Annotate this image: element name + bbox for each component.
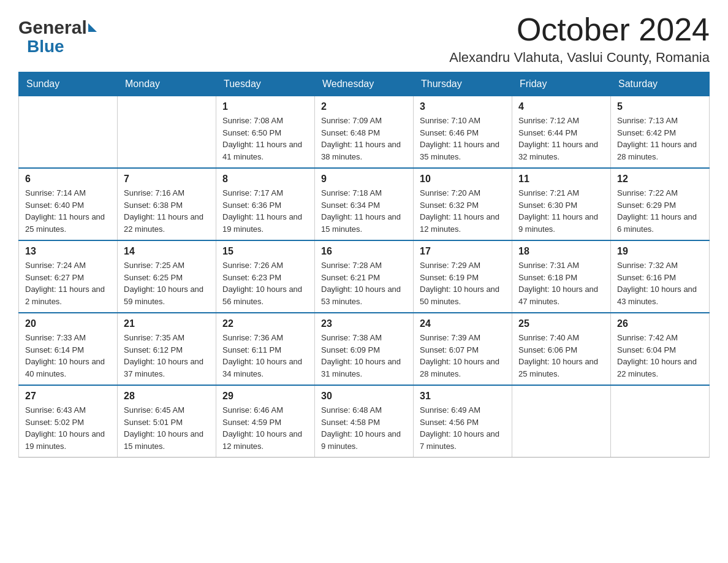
sunrise-text: Sunrise: 7:42 AM (617, 332, 703, 344)
day-info: Sunrise: 7:35 AMSunset: 6:12 PMDaylight:… (124, 332, 210, 380)
location-title: Alexandru Vlahuta, Vaslui County, Romani… (449, 50, 710, 66)
daylight-text: Daylight: 11 hours and 12 minutes. (420, 211, 506, 235)
sunset-text: Sunset: 6:25 PM (124, 272, 210, 284)
daylight-text: Daylight: 11 hours and 32 minutes. (518, 139, 604, 163)
day-cell: 22Sunrise: 7:36 AMSunset: 6:11 PMDayligh… (216, 313, 315, 385)
day-info: Sunrise: 7:21 AMSunset: 6:30 PMDaylight:… (518, 187, 604, 235)
day-cell: 11Sunrise: 7:21 AMSunset: 6:30 PMDayligh… (512, 168, 611, 240)
header-tuesday: Tuesday (216, 72, 315, 96)
sunset-text: Sunset: 6:32 PM (420, 199, 506, 212)
sunrise-text: Sunrise: 7:26 AM (222, 259, 308, 272)
day-info: Sunrise: 7:29 AMSunset: 6:19 PMDaylight:… (420, 259, 506, 307)
sunset-text: Sunset: 6:34 PM (321, 199, 407, 212)
day-info: Sunrise: 7:31 AMSunset: 6:18 PMDaylight:… (518, 259, 604, 307)
daylight-text: Daylight: 10 hours and 37 minutes. (124, 356, 210, 380)
day-number: 7 (124, 174, 210, 185)
header-saturday: Saturday (611, 72, 710, 96)
sunset-text: Sunset: 6:07 PM (420, 344, 506, 356)
day-number: 18 (518, 246, 604, 257)
day-number: 28 (124, 391, 210, 402)
day-info: Sunrise: 6:43 AMSunset: 5:02 PMDaylight:… (25, 404, 111, 452)
day-info: Sunrise: 7:40 AMSunset: 6:06 PMDaylight:… (518, 332, 604, 380)
day-info: Sunrise: 7:38 AMSunset: 6:09 PMDaylight:… (321, 332, 407, 380)
day-number: 13 (25, 246, 111, 257)
sunrise-text: Sunrise: 7:18 AM (321, 187, 407, 199)
day-cell: 14Sunrise: 7:25 AMSunset: 6:25 PMDayligh… (118, 240, 216, 313)
logo-arrow-icon (88, 23, 97, 32)
day-number: 19 (617, 246, 703, 257)
day-cell: 20Sunrise: 7:33 AMSunset: 6:14 PMDayligh… (19, 313, 118, 385)
day-info: Sunrise: 6:48 AMSunset: 4:58 PMDaylight:… (321, 404, 407, 452)
day-number: 25 (518, 318, 604, 329)
day-info: Sunrise: 7:08 AMSunset: 6:50 PMDaylight:… (222, 115, 308, 163)
day-number: 4 (518, 101, 604, 112)
daylight-text: Daylight: 11 hours and 35 minutes. (420, 139, 506, 163)
day-cell: 6Sunrise: 7:14 AMSunset: 6:40 PMDaylight… (19, 168, 118, 240)
day-info: Sunrise: 7:36 AMSunset: 6:11 PMDaylight:… (222, 332, 308, 380)
day-info: Sunrise: 7:24 AMSunset: 6:27 PMDaylight:… (25, 259, 111, 307)
day-cell: 27Sunrise: 6:43 AMSunset: 5:02 PMDayligh… (19, 385, 118, 458)
day-number: 12 (617, 174, 703, 185)
sunrise-text: Sunrise: 7:24 AM (25, 259, 111, 272)
daylight-text: Daylight: 10 hours and 28 minutes. (420, 356, 506, 380)
sunrise-text: Sunrise: 7:13 AM (617, 115, 703, 127)
day-number: 21 (124, 318, 210, 329)
sunrise-text: Sunrise: 7:33 AM (25, 332, 111, 344)
sunset-text: Sunset: 6:23 PM (222, 272, 308, 284)
daylight-text: Daylight: 11 hours and 2 minutes. (25, 283, 111, 307)
day-cell: 23Sunrise: 7:38 AMSunset: 6:09 PMDayligh… (315, 313, 414, 385)
day-info: Sunrise: 7:33 AMSunset: 6:14 PMDaylight:… (25, 332, 111, 380)
sunrise-text: Sunrise: 6:43 AM (25, 404, 111, 416)
day-cell: 31Sunrise: 6:49 AMSunset: 4:56 PMDayligh… (414, 385, 512, 458)
sunset-text: Sunset: 6:48 PM (321, 127, 407, 139)
daylight-text: Daylight: 10 hours and 22 minutes. (617, 356, 703, 380)
daylight-text: Daylight: 10 hours and 15 minutes. (124, 428, 210, 452)
sunset-text: Sunset: 6:42 PM (617, 127, 703, 139)
week-row-5: 27Sunrise: 6:43 AMSunset: 5:02 PMDayligh… (19, 385, 710, 458)
sunset-text: Sunset: 6:46 PM (420, 127, 506, 139)
day-cell (19, 96, 118, 169)
day-cell: 18Sunrise: 7:31 AMSunset: 6:18 PMDayligh… (512, 240, 611, 313)
sunrise-text: Sunrise: 7:36 AM (222, 332, 308, 344)
sunrise-text: Sunrise: 6:49 AM (420, 404, 506, 416)
day-number: 16 (321, 246, 407, 257)
day-number: 1 (222, 101, 308, 112)
daylight-text: Daylight: 10 hours and 40 minutes. (25, 356, 111, 380)
day-number: 29 (222, 391, 308, 402)
daylight-text: Daylight: 10 hours and 31 minutes. (321, 356, 407, 380)
day-info: Sunrise: 7:20 AMSunset: 6:32 PMDaylight:… (420, 187, 506, 235)
day-cell: 17Sunrise: 7:29 AMSunset: 6:19 PMDayligh… (414, 240, 512, 313)
sunset-text: Sunset: 5:01 PM (124, 416, 210, 429)
day-cell: 24Sunrise: 7:39 AMSunset: 6:07 PMDayligh… (414, 313, 512, 385)
daylight-text: Daylight: 10 hours and 9 minutes. (321, 428, 407, 452)
logo-general-text: General (18, 18, 87, 37)
day-info: Sunrise: 7:09 AMSunset: 6:48 PMDaylight:… (321, 115, 407, 163)
sunrise-text: Sunrise: 7:22 AM (617, 187, 703, 199)
sunrise-text: Sunrise: 7:21 AM (518, 187, 604, 199)
day-cell: 12Sunrise: 7:22 AMSunset: 6:29 PMDayligh… (611, 168, 710, 240)
day-cell: 29Sunrise: 6:46 AMSunset: 4:59 PMDayligh… (216, 385, 315, 458)
sunrise-text: Sunrise: 6:46 AM (222, 404, 308, 416)
sunset-text: Sunset: 6:50 PM (222, 127, 308, 139)
daylight-text: Daylight: 10 hours and 53 minutes. (321, 283, 407, 307)
day-number: 15 (222, 246, 308, 257)
sunrise-text: Sunrise: 6:48 AM (321, 404, 407, 416)
day-info: Sunrise: 7:16 AMSunset: 6:38 PMDaylight:… (124, 187, 210, 235)
sunrise-text: Sunrise: 7:08 AM (222, 115, 308, 127)
day-cell: 15Sunrise: 7:26 AMSunset: 6:23 PMDayligh… (216, 240, 315, 313)
sunrise-text: Sunrise: 7:35 AM (124, 332, 210, 344)
sunrise-text: Sunrise: 7:25 AM (124, 259, 210, 272)
sunset-text: Sunset: 6:12 PM (124, 344, 210, 356)
day-info: Sunrise: 7:14 AMSunset: 6:40 PMDaylight:… (25, 187, 111, 235)
daylight-text: Daylight: 10 hours and 50 minutes. (420, 283, 506, 307)
sunset-text: Sunset: 6:27 PM (25, 272, 111, 284)
sunset-text: Sunset: 4:58 PM (321, 416, 407, 429)
day-cell: 28Sunrise: 6:45 AMSunset: 5:01 PMDayligh… (118, 385, 216, 458)
day-number: 5 (617, 101, 703, 112)
day-number: 14 (124, 246, 210, 257)
sunset-text: Sunset: 6:06 PM (518, 344, 604, 356)
week-row-4: 20Sunrise: 7:33 AMSunset: 6:14 PMDayligh… (19, 313, 710, 385)
daylight-text: Daylight: 11 hours and 6 minutes. (617, 211, 703, 235)
sunset-text: Sunset: 6:04 PM (617, 344, 703, 356)
daylight-text: Daylight: 10 hours and 19 minutes. (25, 428, 111, 452)
